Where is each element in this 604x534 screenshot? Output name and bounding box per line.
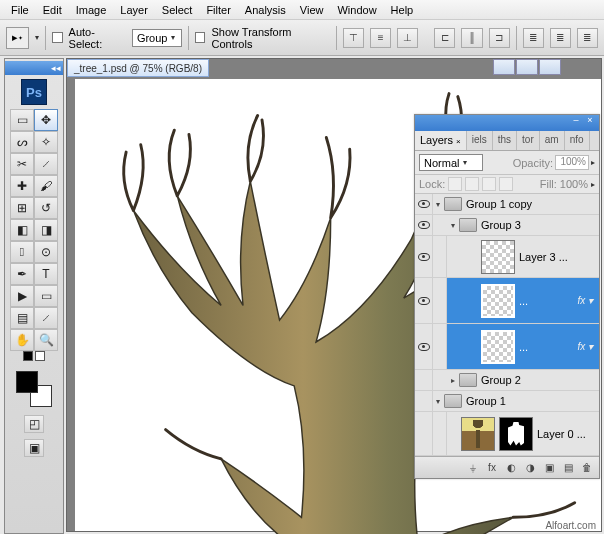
menu-filter[interactable]: Filter <box>199 2 237 18</box>
menu-view[interactable]: View <box>293 2 331 18</box>
visibility-toggle[interactable] <box>415 278 433 323</box>
align-hcenter-icon[interactable]: ║ <box>461 28 482 48</box>
tools-header[interactable]: ◂◂ <box>5 61 63 75</box>
menu-analysis[interactable]: Analysis <box>238 2 293 18</box>
default-swatches-icon[interactable] <box>23 351 45 361</box>
shape-tool[interactable]: ▭ <box>34 285 58 307</box>
fx-icon[interactable]: fx ▾ <box>577 295 593 306</box>
layer-name[interactable]: Group 1 <box>466 395 506 407</box>
brush-tool[interactable]: 🖌 <box>34 175 58 197</box>
type-tool[interactable]: T <box>34 263 58 285</box>
maximize-icon[interactable] <box>516 59 538 75</box>
clone-stamp-tool[interactable]: ⊞ <box>10 197 34 219</box>
tool-preset-dropdown[interactable]: ▾ <box>35 33 39 42</box>
tab-layers[interactable]: Layers× <box>415 131 467 150</box>
fx-icon[interactable]: fx ▾ <box>577 341 593 352</box>
menu-help[interactable]: Help <box>384 2 421 18</box>
lock-pixels-icon[interactable] <box>465 177 479 191</box>
visibility-toggle[interactable] <box>415 236 433 277</box>
layer-group-row[interactable]: ▾Group 1 copy <box>415 194 599 215</box>
menu-edit[interactable]: Edit <box>36 2 69 18</box>
move-tool[interactable]: ✥ <box>34 109 58 131</box>
disclosure-icon[interactable]: ▸ <box>451 376 455 385</box>
delete-layer-icon[interactable]: 🗑 <box>579 461 595 475</box>
color-swatches[interactable] <box>16 371 52 407</box>
distribute-vcenter-icon[interactable]: ≣ <box>550 28 571 48</box>
lock-all-icon[interactable] <box>499 177 513 191</box>
align-left-icon[interactable]: ⊏ <box>434 28 455 48</box>
menu-layer[interactable]: Layer <box>113 2 155 18</box>
layer-row[interactable]: ...fx ▾ <box>415 278 599 324</box>
tab-paths[interactable]: ths <box>493 131 517 150</box>
blend-mode-dropdown[interactable]: Normal▾ <box>419 154 483 171</box>
align-top-icon[interactable]: ⊤ <box>343 28 364 48</box>
layer-name[interactable]: Group 1 copy <box>466 198 532 210</box>
menu-window[interactable]: Window <box>330 2 383 18</box>
layer-group-row[interactable]: ▾Group 1 <box>415 391 599 412</box>
disclosure-icon[interactable]: ▾ <box>436 397 440 406</box>
layer-mask-icon[interactable]: ◐ <box>503 461 519 475</box>
magic-wand-tool[interactable]: ✧ <box>34 131 58 153</box>
crop-tool[interactable]: ✂ <box>10 153 34 175</box>
gradient-tool[interactable]: ◨ <box>34 219 58 241</box>
visibility-toggle[interactable] <box>415 194 433 214</box>
layer-name[interactable]: ... <box>519 341 528 353</box>
visibility-toggle[interactable] <box>415 412 433 455</box>
healing-brush-tool[interactable]: ✚ <box>10 175 34 197</box>
layer-mask-thumbnail[interactable] <box>499 417 533 451</box>
align-bottom-icon[interactable]: ⊥ <box>397 28 418 48</box>
layer-group-row[interactable]: ▾Group 3 <box>415 215 599 236</box>
opacity-input[interactable]: 100% <box>555 155 589 170</box>
adjustment-layer-icon[interactable]: ◑ <box>522 461 538 475</box>
hand-tool[interactable]: ✋ <box>10 329 34 351</box>
tab-histogram[interactable]: am <box>540 131 565 150</box>
visibility-toggle[interactable] <box>415 391 433 411</box>
screen-mode-icon[interactable]: ▣ <box>24 439 44 457</box>
new-group-icon[interactable]: ▣ <box>541 461 557 475</box>
layer-thumbnail[interactable] <box>481 240 515 274</box>
layer-group-row[interactable]: ▸Group 2 <box>415 370 599 391</box>
align-vcenter-icon[interactable]: ≡ <box>370 28 391 48</box>
layer-thumbnail[interactable] <box>461 417 495 451</box>
align-right-icon[interactable]: ⊐ <box>489 28 510 48</box>
fill-input[interactable]: 100% <box>560 178 588 190</box>
eyedropper-tool[interactable]: ⟋ <box>34 307 58 329</box>
lasso-tool[interactable]: ᔕ <box>10 131 34 153</box>
disclosure-icon[interactable]: ▾ <box>451 221 455 230</box>
menu-file[interactable]: File <box>4 2 36 18</box>
slice-tool[interactable]: ⟋ <box>34 153 58 175</box>
dodge-tool[interactable]: ⊙ <box>34 241 58 263</box>
eraser-tool[interactable]: ◧ <box>10 219 34 241</box>
visibility-toggle[interactable] <box>415 324 433 369</box>
lock-transparency-icon[interactable] <box>448 177 462 191</box>
pen-tool[interactable]: ✒ <box>10 263 34 285</box>
zoom-tool[interactable]: 🔍 <box>34 329 58 351</box>
distribute-bottom-icon[interactable]: ≣ <box>577 28 598 48</box>
layer-row[interactable]: Layer 0 ... <box>415 412 599 456</box>
history-brush-tool[interactable]: ↺ <box>34 197 58 219</box>
layer-thumbnail[interactable] <box>481 330 515 364</box>
layer-name[interactable]: Layer 0 ... <box>537 428 586 440</box>
link-layers-icon[interactable]: ⏚ <box>465 461 481 475</box>
tab-history[interactable]: tor <box>517 131 540 150</box>
auto-select-checkbox[interactable] <box>52 32 63 43</box>
lock-position-icon[interactable] <box>482 177 496 191</box>
menu-image[interactable]: Image <box>69 2 114 18</box>
distribute-top-icon[interactable]: ≣ <box>523 28 544 48</box>
document-window-buttons[interactable] <box>492 59 561 77</box>
close-icon[interactable] <box>539 59 561 75</box>
visibility-toggle[interactable] <box>415 215 433 235</box>
menu-select[interactable]: Select <box>155 2 200 18</box>
auto-select-dropdown[interactable]: Group ▾ <box>132 29 182 47</box>
layer-row[interactable]: ...fx ▾ <box>415 324 599 370</box>
tab-info[interactable]: nfo <box>565 131 590 150</box>
layer-row[interactable]: Layer 3 ... <box>415 236 599 278</box>
layer-name[interactable]: Layer 3 ... <box>519 251 568 263</box>
marquee-tool[interactable]: ▭ <box>10 109 34 131</box>
minimize-icon[interactable] <box>493 59 515 75</box>
foreground-color-swatch[interactable] <box>16 371 38 393</box>
path-selection-tool[interactable]: ▶ <box>10 285 34 307</box>
panel-header[interactable]: –× <box>415 115 599 131</box>
show-transform-checkbox[interactable] <box>195 32 206 43</box>
visibility-toggle[interactable] <box>415 370 433 390</box>
